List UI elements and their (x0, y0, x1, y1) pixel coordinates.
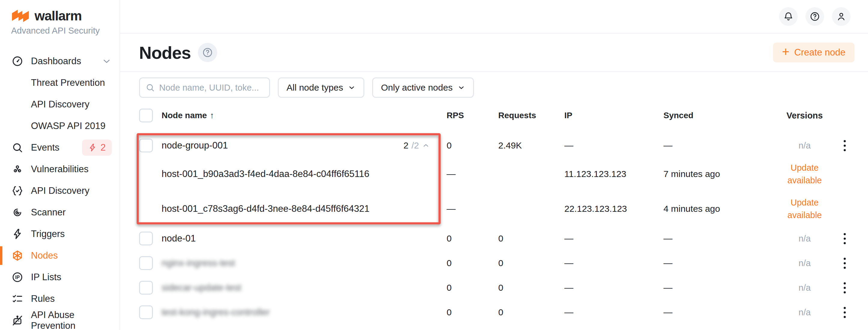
node-type-filter[interactable]: All node types (278, 77, 364, 98)
search-icon (11, 141, 24, 154)
cell-ip: — (564, 307, 663, 318)
search-box (139, 77, 270, 98)
node-instance-name: host-001_b90a3ad3-f4ed-4daa-8e84-c04ff6f… (162, 169, 446, 179)
scanner-icon (11, 206, 24, 219)
cell-synced: 4 minutes ago (663, 204, 775, 214)
sidebar-item-label: Rules (31, 293, 55, 304)
search-input[interactable] (159, 83, 264, 93)
sidebar-item-label: Triggers (31, 229, 65, 239)
column-header-ip[interactable]: IP (564, 111, 663, 120)
sidebar-item-threat-prevention[interactable]: Threat Prevention (0, 72, 120, 94)
cell-rps: 0 (446, 140, 498, 151)
page-help-button[interactable] (198, 43, 217, 62)
sidebar-item-scanner[interactable]: Scanner (0, 202, 120, 223)
sidebar-item-triggers[interactable]: Triggers (0, 223, 120, 245)
sidebar-item-rules[interactable]: Rules (0, 288, 120, 309)
question-circle-icon (202, 47, 213, 58)
rules-icon (11, 293, 24, 305)
question-circle-icon (809, 11, 820, 22)
row-checkbox[interactable] (139, 139, 153, 153)
sidebar-item-vulnerabilities[interactable]: Vulnerabilities (0, 158, 120, 180)
sidebar-item-label: Nodes (31, 250, 58, 261)
sidebar-item-api-discovery[interactable]: API Discovery (0, 94, 120, 115)
group-total-count: /2 (411, 140, 419, 151)
row-actions-menu[interactable] (838, 137, 851, 154)
row-checkbox[interactable] (139, 232, 153, 245)
ip-icon: IP (11, 271, 24, 284)
sidebar-item-nodes[interactable]: Nodes (0, 245, 120, 266)
sidebar-item-dashboards[interactable]: Dashboards (0, 51, 120, 72)
sidebar-item-label: Events (31, 142, 59, 153)
plus-icon: + (782, 45, 789, 58)
biohazard-icon (11, 163, 24, 175)
braces-icon (11, 185, 24, 197)
sidebar-item-events[interactable]: Events 2 (0, 137, 120, 158)
table-row-node[interactable]: node-01 0 0 — — n/a (139, 226, 855, 251)
row-actions-menu[interactable] (838, 230, 851, 247)
column-header-rps[interactable]: RPS (446, 111, 498, 120)
column-header-versions[interactable]: Versions (775, 111, 835, 121)
events-alert-badge: 2 (82, 139, 112, 156)
user-icon (836, 11, 847, 22)
row-actions-menu[interactable] (838, 255, 851, 271)
sidebar-item-label: Scanner (31, 207, 65, 218)
brand-logo[interactable]: wallarm (11, 8, 120, 24)
brand-name: wallarm (35, 8, 82, 23)
content: All node types Only active nodes Node na… (120, 72, 868, 325)
column-header-synced[interactable]: Synced (663, 111, 775, 120)
cell-rps: 0 (446, 233, 498, 243)
create-node-button[interactable]: + Create node (773, 43, 855, 62)
robot-icon (11, 314, 24, 327)
group-active-count: 2 (403, 140, 408, 151)
app-root: wallarm Advanced API Security Dashboards… (0, 0, 868, 330)
update-available-link[interactable]: Update available (781, 196, 829, 221)
nodes-icon (11, 249, 24, 262)
node-name-redacted: test-kong-ingres-controller (162, 307, 446, 318)
row-checkbox[interactable] (139, 305, 153, 319)
sidebar-item-api-discovery[interactable]: API Discovery (0, 180, 120, 202)
active-nodes-filter-label: Only active nodes (381, 82, 452, 93)
sidebar-item-owasp-api-2019[interactable]: OWASP API 2019 (0, 115, 120, 137)
create-node-label: Create node (794, 47, 845, 58)
table-row-group[interactable]: node-group-001 2/2 0 2.49K — — n/a (139, 134, 855, 157)
table-row-node[interactable]: sidecar-update-test 0 0 — — n/a (139, 275, 855, 300)
select-all-checkbox[interactable] (139, 109, 153, 122)
main-area: Nodes + Create node (120, 0, 868, 330)
cell-versions: n/a (775, 307, 835, 318)
table-row-instance[interactable]: host-001_b90a3ad3-f4ed-4daa-8e84-c04ff6f… (139, 157, 855, 191)
table-row-instance[interactable]: host-001_c78s3ag6-d4fd-3nee-8e84-d45ff6f… (139, 191, 855, 226)
table-row-node[interactable]: test-kong-ingres-controller 0 0 — — n/a (139, 300, 855, 325)
lightning-icon (11, 228, 24, 240)
group-collapse-toggle[interactable]: 2/2 (403, 140, 446, 151)
chevron-down-icon (458, 84, 465, 92)
cell-ip: 22.123.123.123 (564, 204, 663, 214)
table-row-node[interactable]: nginx-ingress-test 0 0 — — n/a (139, 251, 855, 275)
cell-synced: — (663, 307, 775, 318)
column-header-requests[interactable]: Requests (498, 111, 564, 120)
active-nodes-filter[interactable]: Only active nodes (372, 77, 474, 98)
table-body: node-group-001 2/2 0 2.49K — — n/a host-… (139, 134, 855, 325)
row-actions-menu[interactable] (838, 279, 851, 296)
cell-rps: 0 (446, 258, 498, 268)
cell-versions: n/a (775, 234, 835, 243)
node-group-name: node-group-001 (162, 140, 228, 151)
row-checkbox[interactable] (139, 281, 153, 295)
wallarm-logo-icon (11, 9, 30, 23)
sidebar-item-label: IP Lists (31, 272, 61, 283)
cell-ip: — (564, 233, 663, 243)
row-actions-menu[interactable] (838, 304, 851, 321)
cell-ip: 11.123.123.123 (564, 169, 663, 179)
cell-rps: — (446, 169, 498, 179)
sidebar-item-label: Vulnerabilities (31, 164, 89, 175)
help-center-button[interactable] (806, 7, 824, 26)
column-header-node-name[interactable]: Node name↑ (162, 111, 446, 120)
account-button[interactable] (832, 7, 850, 26)
notifications-button[interactable] (779, 7, 798, 26)
sidebar-item-ip-lists[interactable]: IP IP Lists (0, 266, 120, 288)
sidebar-item-api-abuse-prevention[interactable]: API Abuse Prevention (0, 309, 120, 330)
update-available-link[interactable]: Update available (781, 161, 829, 187)
sidebar-nav: Dashboards Threat Prevention API Discove… (0, 51, 120, 330)
row-checkbox[interactable] (139, 256, 153, 270)
search-icon (145, 83, 155, 92)
topbar (120, 0, 868, 34)
